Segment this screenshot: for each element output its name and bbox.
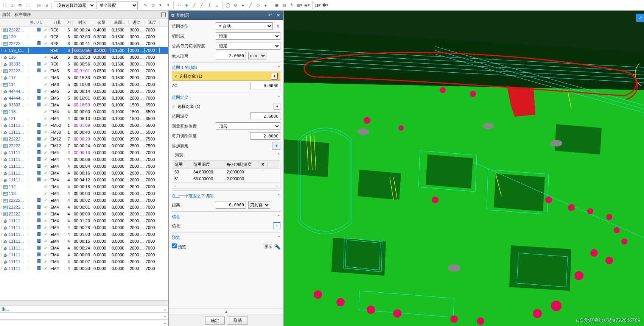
sphere-icon[interactable]: ● bbox=[262, 2, 269, 9]
operation-row[interactable]: !11111...✓EM4400:00:150.00000.00002000 .… bbox=[0, 238, 168, 245]
operation-row[interactable]: !11111...✓EM4400:00:280.00000.00002000 .… bbox=[0, 224, 168, 231]
box-icon[interactable]: ◈ bbox=[183, 2, 190, 9]
operation-row[interactable]: !22222...✓EM4400:00:010.00000.00002000 .… bbox=[0, 204, 168, 211]
footer-row-3[interactable]: ⌄ bbox=[0, 319, 168, 326]
slash-icon[interactable]: ╱ bbox=[198, 2, 205, 9]
collapse-bar[interactable]: ▴ bbox=[169, 309, 283, 315]
refresh-icon[interactable]: ↻ bbox=[288, 2, 295, 9]
operation-row[interactable]: !11111...✓EM4400:00:130.00000.00002000 .… bbox=[0, 149, 168, 156]
range-table-row[interactable]: 5034.8000002.000000˄ bbox=[172, 168, 280, 175]
ok-button[interactable]: 确定 bbox=[205, 317, 225, 325]
assembly-combo[interactable]: 整个装配 bbox=[96, 2, 138, 9]
3d-viewport[interactable]: ↗ UG爱好者论坛@a792646789 bbox=[284, 11, 644, 326]
operation-row[interactable]: !33333...✓EM4400:18:530.05000.10001500 .… bbox=[0, 101, 168, 108]
operation-row[interactable]: !44444...✓EM6500:10:010.05000.10002000 .… bbox=[0, 95, 168, 101]
chevron-down-icon[interactable]: ⌄ bbox=[163, 307, 166, 312]
range-table-row[interactable]: 5166.0000002.000000 bbox=[172, 175, 280, 182]
tool-icon[interactable]: ⧉ bbox=[17, 2, 23, 9]
operation-row[interactable]: !11111...✓EM4400:00:040.00000.00002000 .… bbox=[0, 163, 168, 170]
cube-icon[interactable]: ◇ bbox=[255, 2, 261, 9]
tool-icon[interactable]: ◲ bbox=[43, 2, 50, 9]
layers-icon[interactable]: ≣▾ bbox=[303, 2, 310, 9]
render-icon[interactable]: ◨▾ bbox=[314, 2, 321, 9]
list-header[interactable]: 列表⌃ bbox=[172, 151, 280, 159]
operation-row[interactable]: !11111✓EM4400:00:330.00000.000020007000 bbox=[0, 265, 168, 272]
cut-layer-select[interactable]: 恒定 bbox=[216, 32, 280, 40]
plus-icon[interactable]: + bbox=[240, 2, 246, 9]
angle-icon[interactable]: ⟀ bbox=[213, 2, 220, 9]
section-range-def[interactable]: 范围定义⌃ bbox=[172, 93, 280, 101]
tool-icon[interactable]: ◫ bbox=[9, 2, 16, 9]
tool-icon[interactable]: ⬚ bbox=[2, 2, 8, 9]
operation-row[interactable]: !11111...✓EM4400:04:120.00000.00002000 .… bbox=[0, 176, 168, 183]
chevron-down-icon[interactable]: ⌄ bbox=[163, 320, 166, 325]
operation-row[interactable]: !22222...✓EM4400:00:000.00000.00002000 .… bbox=[0, 211, 168, 217]
add-set-button[interactable]: ✦ bbox=[272, 142, 280, 150]
common-depth-select[interactable]: 恒定 bbox=[216, 42, 280, 50]
info-icon[interactable]: i bbox=[274, 222, 280, 229]
section-info[interactable]: 信息⌃ bbox=[172, 212, 280, 221]
arc-icon[interactable]: ⟆ bbox=[206, 2, 213, 9]
operation-row[interactable]: !121✓EM4400:08:130.05000.10001500 ...650… bbox=[0, 115, 168, 122]
operation-row[interactable]: !112✓EM4400:00:180.00000.00002000 ...700… bbox=[0, 183, 168, 190]
operation-row[interactable]: !22222...✓EM12700:00:240.00000.00002500 … bbox=[0, 142, 168, 149]
operation-row[interactable]: !33333...✓RE8600:30:560.20000.15003000 .… bbox=[0, 61, 168, 67]
operation-row[interactable]: !11111...✓EM4400:00:060.00000.00002000 .… bbox=[0, 156, 168, 163]
filter-combo[interactable]: 没有选择过滤器 bbox=[54, 2, 95, 9]
maximize-icon[interactable] bbox=[161, 12, 166, 17]
footer-row-2[interactable]: ⌄ bbox=[0, 312, 168, 319]
operation-row[interactable]: !11111...✓EM4400:01:000.00000.00002000 .… bbox=[0, 231, 168, 238]
operation-row[interactable]: !44444...✓EM6500:08:140.05000.10002000 .… bbox=[0, 88, 168, 95]
select-object-row[interactable]: ✓选择对象 (1)✦ bbox=[172, 72, 280, 81]
operation-row[interactable]: !11111...✓FM50100:00:400.00000.00002500 … bbox=[0, 129, 168, 136]
operation-row[interactable]: !11111...✓EM4400:01:200.00000.00002000 .… bbox=[0, 217, 168, 224]
operation-row[interactable]: !114✓EM6500:10:060.05000.15002000 ...700… bbox=[0, 81, 168, 88]
operation-row[interactable]: !116✓RE8600:15:500.30000.15003000 ...700… bbox=[0, 54, 168, 61]
layer-icon[interactable]: ▤ bbox=[281, 2, 288, 9]
close-icon[interactable]: ✕ bbox=[275, 12, 281, 18]
footer-row-1[interactable]: 生...⌄ bbox=[0, 306, 168, 312]
dialog-titlebar[interactable]: ✿ 切削层 ↶ ✕ bbox=[169, 11, 283, 20]
section-range1-top[interactable]: 范围 1 的顶部⌃ bbox=[172, 63, 280, 72]
target-icon[interactable]: ✦ bbox=[274, 103, 280, 110]
operation-row[interactable]: !113✓EM4400:00:000.00000.00002000 ...700… bbox=[0, 190, 168, 197]
chevron-down-icon[interactable]: ⌄ bbox=[163, 314, 166, 318]
view-icon[interactable]: ⬢▾ bbox=[322, 2, 329, 9]
curve-icon[interactable]: 〰 bbox=[176, 2, 182, 9]
slash-icon[interactable]: ╱ bbox=[191, 2, 198, 9]
grid-icon[interactable]: ▦▾ bbox=[296, 2, 303, 9]
tool-icon[interactable]: ◳ bbox=[35, 2, 42, 9]
h-scrollbar[interactable] bbox=[0, 300, 168, 306]
operation-row[interactable]: !118✓EM4400:00:000.00000.10001500 ...650… bbox=[0, 108, 168, 115]
operation-row[interactable]: !117✓EM6500:15:330.05000.15002000 ...700… bbox=[0, 74, 168, 81]
operation-row[interactable]: !22222...✓EM4400:00:020.00000.00002000 .… bbox=[0, 197, 168, 204]
undo-icon[interactable]: ↶ bbox=[267, 12, 273, 18]
operation-row[interactable]: !11111...✓EM4400:00:240.00000.00002000 .… bbox=[0, 245, 168, 251]
section-preview[interactable]: 预览⌃ bbox=[172, 233, 280, 242]
operation-row[interactable]: !22222...✓EM6500:01:010.05000.10002000 .… bbox=[0, 67, 168, 74]
flashlight-icon[interactable]: 🔦 bbox=[274, 243, 280, 250]
operation-row[interactable]: !11111...✓EM4400:00:070.00000.00002000 .… bbox=[0, 258, 168, 265]
range-depth-input[interactable] bbox=[250, 112, 280, 120]
grid-body[interactable]: !22222...✓RE8600:00:240.40000.15003000 .… bbox=[0, 27, 168, 300]
operation-row[interactable]: !120✓RE8600:02:000.20000.15003000 ...700… bbox=[0, 33, 168, 40]
operation-row[interactable]: !22222...✓EM12700:00:290.20000.00002500 … bbox=[0, 136, 168, 142]
operation-row[interactable]: !116_C...✓RE8600:16:560.20000.15003000 .… bbox=[0, 47, 168, 54]
operation-row[interactable]: !22222...✓RE8600:00:240.40000.15003000 .… bbox=[0, 27, 168, 33]
circle-icon[interactable]: ◯ bbox=[224, 2, 231, 9]
select-add-icon[interactable]: ⊕ bbox=[149, 2, 156, 9]
preview-checkbox[interactable] bbox=[172, 243, 177, 248]
cancel-button[interactable]: 取消 bbox=[228, 317, 247, 325]
distance-unit-select[interactable]: 刀具百 bbox=[248, 201, 270, 209]
line-icon[interactable]: ╱ bbox=[247, 2, 254, 9]
unit-select[interactable]: mm bbox=[248, 52, 266, 59]
target-icon[interactable]: ⊙ bbox=[232, 2, 239, 9]
section-below-range[interactable]: 在上一个范围之下切削⌃ bbox=[172, 192, 280, 200]
per-cut-input[interactable] bbox=[250, 132, 280, 140]
range-type-select[interactable]: ≡ 自动 bbox=[216, 22, 273, 30]
point-icon[interactable]: ✦ bbox=[165, 2, 171, 9]
window-icon[interactable]: ▣ bbox=[273, 2, 280, 9]
max-dist-input[interactable] bbox=[216, 52, 246, 59]
distance-input[interactable] bbox=[216, 201, 246, 209]
delete-row-button[interactable]: ✕ bbox=[258, 162, 268, 167]
